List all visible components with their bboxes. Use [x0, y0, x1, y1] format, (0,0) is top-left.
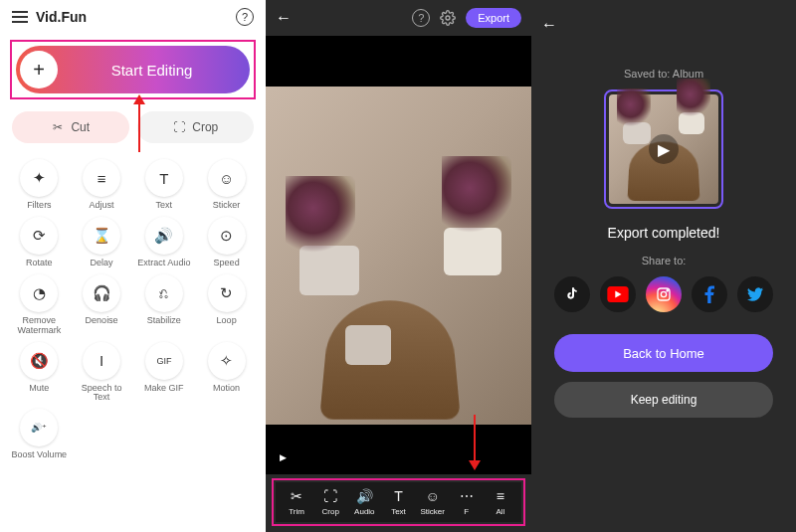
editor-tool-text[interactable]: TText	[381, 488, 415, 516]
export-button[interactable]: Export	[466, 8, 521, 28]
crop-button[interactable]: ⛶ Crop	[137, 111, 255, 143]
tool-speech-to-text[interactable]: ISpeech to Text	[71, 342, 133, 404]
back-to-home-button[interactable]: Back to Home	[554, 334, 773, 372]
start-editing-label: Start Editing	[58, 62, 246, 79]
editor-panel: ← ? Export ▶ ✂Trim⛶Crop🔊AudioTText☺Stick…	[266, 0, 531, 532]
video-frame	[266, 87, 531, 425]
back-icon[interactable]: ←	[541, 16, 557, 34]
svg-point-8	[661, 291, 666, 296]
toolbar-label: Text	[391, 507, 406, 516]
gear-icon[interactable]	[440, 10, 456, 26]
toolbar-label: Sticker	[420, 507, 444, 516]
toolbar-icon: 🔊	[356, 488, 373, 504]
tool-label: Delay	[91, 259, 113, 268]
tool-label: Sticker	[213, 201, 241, 211]
share-to-label: Share to:	[642, 255, 687, 266]
editor-tool-trim[interactable]: ✂Trim	[280, 488, 313, 516]
toolbar-icon: ≡	[497, 488, 504, 504]
play-button[interactable]: ▶	[272, 446, 294, 468]
editor-toolbar: ✂Trim⛶Crop🔊AudioTText☺Sticker⋯F≡All	[276, 482, 521, 522]
tool-label: Rotate	[26, 259, 53, 268]
share-row	[554, 276, 773, 312]
tool-label: Denoise	[86, 316, 118, 326]
tool-filters[interactable]: ✦Filters	[8, 159, 71, 211]
tool-icon: ⎌	[145, 274, 183, 312]
toolbar-label: All	[496, 507, 504, 516]
scissors-icon: ✂	[51, 120, 65, 134]
tool-icon: ⟳	[20, 217, 58, 255]
svg-point-9	[667, 290, 668, 291]
tool-label: Boost Volume	[12, 450, 68, 460]
tool-label: Text	[156, 201, 173, 211]
tool-icon: I	[83, 342, 120, 380]
back-icon[interactable]: ←	[276, 9, 292, 27]
tool-motion[interactable]: ✧Motion	[195, 342, 258, 404]
cut-label: Cut	[71, 120, 90, 134]
export-header: ←	[531, 10, 796, 40]
tool-extract-audio[interactable]: 🔊Extract Audio	[133, 217, 196, 268]
tool-label: Adjust	[90, 201, 114, 211]
tool-label: Loop	[217, 316, 237, 326]
tool-label: Remove Watermark	[10, 316, 68, 336]
export-panel: ← Saved to: Album ▶ Export completed! Sh…	[531, 0, 796, 532]
start-editing-button[interactable]: + Start Editing	[16, 46, 250, 93]
tool-label: Stabilize	[147, 316, 181, 326]
crop-label: Crop	[192, 120, 218, 134]
keep-editing-button[interactable]: Keep editing	[554, 382, 773, 418]
tool-label: Mute	[29, 384, 49, 394]
help-icon[interactable]: ?	[412, 9, 430, 27]
toolbar-icon: ✂	[291, 488, 302, 504]
toolbar-label: Audio	[354, 507, 374, 516]
tool-icon: ⊙	[208, 217, 246, 255]
tool-make-gif[interactable]: GIFMake GIF	[133, 342, 196, 404]
share-tiktok-button[interactable]	[554, 276, 590, 312]
tool-icon: ✦	[20, 159, 58, 197]
tool-mute[interactable]: 🔇Mute	[8, 342, 71, 404]
tool-text[interactable]: TText	[133, 159, 196, 211]
video-preview[interactable]: ▶	[266, 36, 531, 474]
tool-label: Extract Audio	[137, 259, 190, 268]
tool-icon: 🔇	[20, 342, 58, 380]
tool-delay[interactable]: ⌛Delay	[71, 217, 133, 268]
share-youtube-button[interactable]	[600, 276, 636, 312]
cut-button[interactable]: ✂ Cut	[12, 111, 129, 143]
tool-denoise[interactable]: 🎧Denoise	[71, 274, 133, 336]
tool-loop[interactable]: ↻Loop	[195, 274, 258, 336]
tool-rotate[interactable]: ⟳Rotate	[8, 217, 71, 268]
tool-boost-volume[interactable]: 🔊⁺Boost Volume	[8, 409, 71, 460]
toolbar-label: Trim	[289, 507, 304, 516]
svg-point-2	[446, 16, 450, 20]
tool-adjust[interactable]: ≡Adjust	[71, 159, 133, 211]
editor-tool-sticker[interactable]: ☺Sticker	[416, 488, 450, 516]
editor-toolbar-highlight: ✂Trim⛶Crop🔊AudioTText☺Sticker⋯F≡All	[272, 478, 525, 526]
tool-icon: T	[145, 159, 183, 197]
editor-tool-f[interactable]: ⋯F	[450, 488, 484, 516]
tool-remove-watermark[interactable]: ◔Remove Watermark	[8, 274, 71, 336]
home-panel: Vid.Fun ? + Start Editing ✂ Cut ⛶ Crop ✦…	[0, 0, 266, 532]
tool-icon: ✧	[208, 342, 246, 380]
tool-icon: 🔊⁺	[20, 409, 58, 446]
editor-header: ← ? Export	[266, 0, 531, 36]
tool-icon: ◔	[20, 274, 58, 312]
tool-icon: 🔊	[145, 217, 183, 255]
app-title: Vid.Fun	[36, 9, 87, 25]
share-facebook-button[interactable]	[692, 276, 727, 312]
tool-stabilize[interactable]: ⎌Stabilize	[133, 274, 196, 336]
tool-label: Speech to Text	[73, 384, 130, 404]
editor-tool-all[interactable]: ≡All	[484, 488, 517, 516]
toolbar-label: F	[464, 507, 469, 516]
share-twitter-button[interactable]	[737, 276, 773, 312]
help-icon[interactable]: ?	[236, 8, 254, 26]
export-thumbnail[interactable]: ▶	[609, 94, 718, 204]
editor-tool-audio[interactable]: 🔊Audio	[347, 488, 381, 516]
share-instagram-button[interactable]	[646, 276, 682, 312]
tool-icon: 🎧	[83, 274, 120, 312]
tool-speed[interactable]: ⊙Speed	[195, 217, 258, 268]
home-header: Vid.Fun ?	[0, 0, 266, 34]
editor-tool-crop[interactable]: ⛶Crop	[313, 488, 347, 516]
export-thumbnail-frame: ▶	[604, 89, 723, 209]
menu-icon[interactable]	[12, 11, 28, 23]
tool-icon: ↻	[208, 274, 246, 312]
tool-sticker[interactable]: ☺Sticker	[195, 159, 258, 211]
tools-grid: ✦Filters≡AdjustTText☺Sticker⟳Rotate⌛Dela…	[0, 153, 266, 466]
